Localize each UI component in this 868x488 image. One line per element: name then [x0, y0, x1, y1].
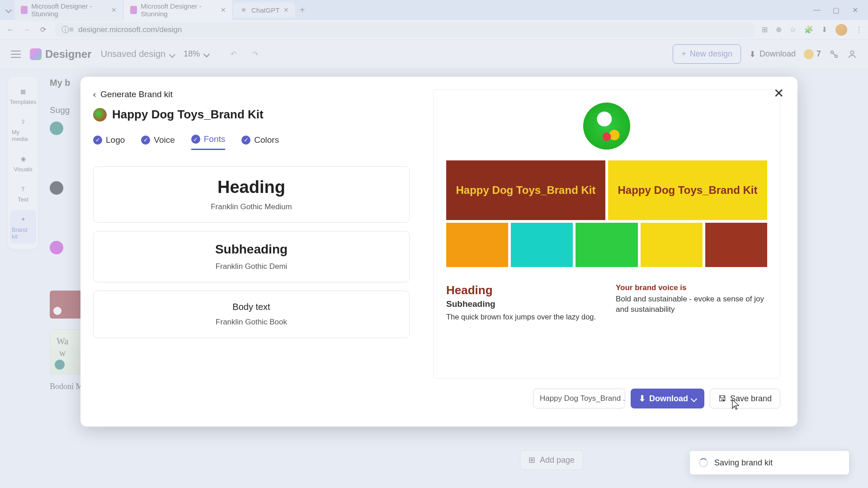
- tab-colors[interactable]: ✓ Colors: [241, 134, 279, 150]
- modal-action-row: Happy Dog Toys_Brand ... ⬇ Download 🖫 Sa…: [433, 389, 780, 408]
- palette-swatch: [705, 223, 767, 267]
- cursor-icon: [732, 399, 740, 410]
- font-name: Franklin Gothic Demi: [104, 262, 398, 271]
- specimen-heading: Heading: [446, 283, 598, 297]
- toast-text: Saving brand kit: [714, 458, 773, 468]
- font-card-body[interactable]: Body text Franklin Gothic Book: [93, 291, 410, 338]
- type-specimen: Heading Subheading The quick brown fox j…: [446, 283, 598, 322]
- hero-block-yellow: Happy Dog Toys_Brand Kit: [608, 160, 767, 220]
- hero-block-maroon: Happy Dog Toys_Brand Kit: [446, 160, 605, 220]
- saving-toast: Saving brand kit: [690, 451, 849, 474]
- download-button[interactable]: ⬇ Download: [631, 389, 704, 408]
- brand-name-value: Happy Dog Toys_Brand ...: [540, 394, 625, 403]
- tab-label: Voice: [154, 135, 175, 145]
- check-icon: ✓: [93, 136, 102, 145]
- back-label: Generate Brand kit: [100, 89, 172, 99]
- tab-fonts[interactable]: ✓ Fonts: [191, 134, 226, 150]
- brand-logo-preview-icon: [583, 103, 630, 150]
- voice-title: Your brand voice is: [616, 283, 767, 292]
- brand-name-input[interactable]: Happy Dog Toys_Brand ...: [533, 389, 625, 408]
- download-icon: ⬇: [639, 394, 646, 404]
- palette-swatch: [576, 223, 637, 267]
- close-modal-button[interactable]: ✕: [774, 86, 784, 101]
- spinner-icon: [699, 458, 708, 467]
- voice-description: Bold and sustainable - evoke a sense of …: [616, 294, 767, 315]
- font-card-subheading[interactable]: Subheading Franklin Gothic Demi: [93, 231, 410, 282]
- font-sample: Body text: [104, 302, 398, 312]
- check-icon: ✓: [141, 136, 150, 145]
- font-name: Franklin Gothic Book: [104, 318, 398, 327]
- check-icon: ✓: [241, 136, 250, 145]
- palette-swatch: [446, 223, 508, 267]
- palette-swatch: [511, 223, 573, 267]
- voice-specimen: Your brand voice is Bold and sustainable…: [616, 283, 767, 322]
- hero-text: Happy Dog Toys_Brand Kit: [618, 184, 758, 197]
- tab-voice[interactable]: ✓ Voice: [141, 134, 175, 150]
- brand-kit-tabs: ✓ Logo ✓ Voice ✓ Fonts ✓ Colors: [93, 134, 410, 150]
- chevron-left-icon: ‹: [93, 89, 96, 99]
- color-palette: [446, 223, 767, 267]
- tab-label: Colors: [254, 135, 279, 145]
- check-icon: ✓: [191, 135, 200, 144]
- download-label: Download: [649, 394, 688, 404]
- specimen-body: The quick brown fox jumps over the lazy …: [446, 312, 598, 322]
- tab-label: Logo: [106, 135, 125, 145]
- brand-kit-modal: ‹ Generate Brand kit Happy Dog Toys_Bran…: [80, 77, 797, 427]
- brand-logo-small-icon: [93, 108, 107, 122]
- palette-swatch: [641, 223, 703, 267]
- brand-preview: Happy Dog Toys_Brand Kit Happy Dog Toys_…: [433, 89, 780, 379]
- tab-logo[interactable]: ✓ Logo: [93, 134, 125, 150]
- back-button[interactable]: ‹ Generate Brand kit: [93, 89, 410, 99]
- font-sample: Heading: [104, 178, 398, 197]
- modal-left-panel: ‹ Generate Brand kit Happy Dog Toys_Bran…: [80, 77, 429, 427]
- font-sample: Subheading: [104, 242, 398, 257]
- tab-label: Fonts: [204, 134, 226, 144]
- save-icon: 🖫: [718, 394, 726, 404]
- font-card-heading[interactable]: Heading Franklin Gothic Medium: [93, 166, 410, 223]
- specimen-subheading: Subheading: [446, 299, 598, 309]
- hero-text: Happy Dog Toys_Brand Kit: [456, 184, 596, 197]
- brand-kit-title: Happy Dog Toys_Brand Kit: [112, 108, 264, 122]
- save-brand-button[interactable]: 🖫 Save brand: [710, 389, 780, 408]
- chevron-down-icon: [692, 394, 696, 404]
- font-name: Franklin Gothic Medium: [104, 202, 398, 211]
- modal-right-panel: ✕ Happy Dog Toys_Brand Kit Happy Dog Toy…: [429, 77, 797, 427]
